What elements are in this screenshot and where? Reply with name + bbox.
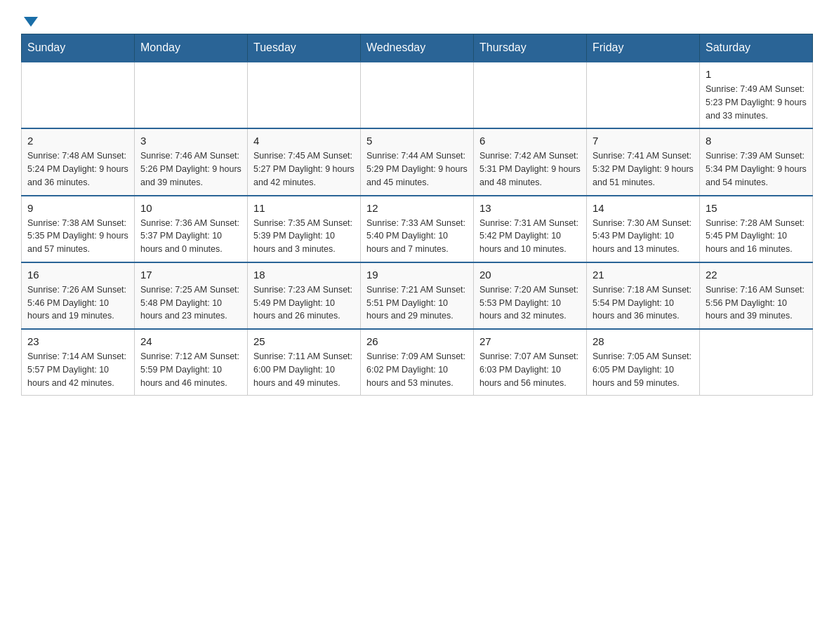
day-cell: 21Sunrise: 7:18 AM Sunset: 5:54 PM Dayli…	[587, 262, 700, 329]
day-info: Sunrise: 7:26 AM Sunset: 5:46 PM Dayligh…	[27, 283, 128, 323]
day-cell: 2Sunrise: 7:48 AM Sunset: 5:24 PM Daylig…	[22, 128, 135, 195]
logo	[21, 14, 38, 27]
day-info: Sunrise: 7:12 AM Sunset: 5:59 PM Dayligh…	[140, 350, 241, 389]
day-number: 23	[27, 335, 128, 347]
day-number: 22	[706, 269, 807, 281]
day-cell: 26Sunrise: 7:09 AM Sunset: 6:02 PM Dayli…	[361, 329, 474, 396]
day-cell: 14Sunrise: 7:30 AM Sunset: 5:43 PM Dayli…	[587, 196, 700, 262]
day-cell: 8Sunrise: 7:39 AM Sunset: 5:34 PM Daylig…	[700, 128, 813, 195]
day-cell: 17Sunrise: 7:25 AM Sunset: 5:48 PM Dayli…	[135, 262, 248, 329]
day-cell: 11Sunrise: 7:35 AM Sunset: 5:39 PM Dayli…	[248, 196, 361, 262]
day-cell	[248, 62, 361, 128]
day-cell: 16Sunrise: 7:26 AM Sunset: 5:46 PM Dayli…	[22, 262, 135, 329]
weekday-header-saturday: Saturday	[700, 34, 813, 62]
day-number: 19	[366, 269, 468, 281]
day-info: Sunrise: 7:39 AM Sunset: 5:34 PM Dayligh…	[706, 149, 807, 189]
day-number: 5	[366, 135, 468, 147]
day-info: Sunrise: 7:42 AM Sunset: 5:31 PM Dayligh…	[479, 149, 581, 189]
day-info: Sunrise: 7:38 AM Sunset: 5:35 PM Dayligh…	[27, 217, 128, 256]
day-info: Sunrise: 7:11 AM Sunset: 6:00 PM Dayligh…	[253, 350, 355, 389]
day-cell: 19Sunrise: 7:21 AM Sunset: 5:51 PM Dayli…	[361, 262, 474, 329]
day-number: 9	[27, 202, 128, 214]
day-number: 2	[27, 135, 128, 147]
day-number: 20	[479, 269, 581, 281]
weekday-header-monday: Monday	[135, 34, 248, 62]
day-cell: 13Sunrise: 7:31 AM Sunset: 5:42 PM Dayli…	[474, 196, 587, 262]
day-info: Sunrise: 7:18 AM Sunset: 5:54 PM Dayligh…	[593, 283, 694, 323]
day-info: Sunrise: 7:44 AM Sunset: 5:29 PM Dayligh…	[366, 149, 468, 189]
calendar-table: SundayMondayTuesdayWednesdayThursdayFrid…	[21, 34, 813, 396]
day-info: Sunrise: 7:33 AM Sunset: 5:40 PM Dayligh…	[366, 217, 468, 256]
day-number: 1	[706, 68, 807, 80]
day-info: Sunrise: 7:49 AM Sunset: 5:23 PM Dayligh…	[706, 83, 807, 122]
day-info: Sunrise: 7:09 AM Sunset: 6:02 PM Dayligh…	[366, 350, 468, 389]
day-info: Sunrise: 7:36 AM Sunset: 5:37 PM Dayligh…	[140, 217, 241, 256]
day-cell: 5Sunrise: 7:44 AM Sunset: 5:29 PM Daylig…	[361, 128, 474, 195]
day-number: 11	[253, 202, 355, 214]
day-info: Sunrise: 7:28 AM Sunset: 5:45 PM Dayligh…	[706, 217, 807, 256]
day-cell	[474, 62, 587, 128]
day-number: 3	[140, 135, 241, 147]
day-cell: 12Sunrise: 7:33 AM Sunset: 5:40 PM Dayli…	[361, 196, 474, 262]
page-header	[21, 14, 813, 27]
day-number: 14	[593, 202, 694, 214]
day-info: Sunrise: 7:21 AM Sunset: 5:51 PM Dayligh…	[366, 283, 468, 323]
day-cell	[135, 62, 248, 128]
week-row-2: 2Sunrise: 7:48 AM Sunset: 5:24 PM Daylig…	[22, 128, 813, 195]
day-number: 10	[140, 202, 241, 214]
weekday-header-sunday: Sunday	[22, 34, 135, 62]
day-cell	[361, 62, 474, 128]
weekday-header-friday: Friday	[587, 34, 700, 62]
day-info: Sunrise: 7:14 AM Sunset: 5:57 PM Dayligh…	[27, 350, 128, 389]
day-cell: 6Sunrise: 7:42 AM Sunset: 5:31 PM Daylig…	[474, 128, 587, 195]
day-info: Sunrise: 7:05 AM Sunset: 6:05 PM Dayligh…	[593, 350, 694, 389]
day-cell	[22, 62, 135, 128]
day-number: 16	[27, 269, 128, 281]
day-info: Sunrise: 7:46 AM Sunset: 5:26 PM Dayligh…	[140, 149, 241, 189]
day-cell: 23Sunrise: 7:14 AM Sunset: 5:57 PM Dayli…	[22, 329, 135, 396]
day-info: Sunrise: 7:16 AM Sunset: 5:56 PM Dayligh…	[706, 283, 807, 323]
day-number: 15	[706, 202, 807, 214]
day-info: Sunrise: 7:20 AM Sunset: 5:53 PM Dayligh…	[479, 283, 581, 323]
day-number: 13	[479, 202, 581, 214]
day-info: Sunrise: 7:48 AM Sunset: 5:24 PM Dayligh…	[27, 149, 128, 189]
day-cell: 20Sunrise: 7:20 AM Sunset: 5:53 PM Dayli…	[474, 262, 587, 329]
day-info: Sunrise: 7:23 AM Sunset: 5:49 PM Dayligh…	[253, 283, 355, 323]
day-cell: 28Sunrise: 7:05 AM Sunset: 6:05 PM Dayli…	[587, 329, 700, 396]
weekday-header-wednesday: Wednesday	[361, 34, 474, 62]
day-number: 12	[366, 202, 468, 214]
day-cell	[587, 62, 700, 128]
day-number: 4	[253, 135, 355, 147]
logo-arrow-icon	[24, 17, 38, 27]
day-number: 17	[140, 269, 241, 281]
weekday-header-row: SundayMondayTuesdayWednesdayThursdayFrid…	[22, 34, 813, 62]
week-row-5: 23Sunrise: 7:14 AM Sunset: 5:57 PM Dayli…	[22, 329, 813, 396]
day-cell: 25Sunrise: 7:11 AM Sunset: 6:00 PM Dayli…	[248, 329, 361, 396]
week-row-1: 1Sunrise: 7:49 AM Sunset: 5:23 PM Daylig…	[22, 62, 813, 128]
day-cell: 7Sunrise: 7:41 AM Sunset: 5:32 PM Daylig…	[587, 128, 700, 195]
day-info: Sunrise: 7:25 AM Sunset: 5:48 PM Dayligh…	[140, 283, 241, 323]
day-info: Sunrise: 7:41 AM Sunset: 5:32 PM Dayligh…	[593, 149, 694, 189]
week-row-4: 16Sunrise: 7:26 AM Sunset: 5:46 PM Dayli…	[22, 262, 813, 329]
day-number: 27	[479, 335, 581, 347]
day-info: Sunrise: 7:45 AM Sunset: 5:27 PM Dayligh…	[253, 149, 355, 189]
day-number: 7	[593, 135, 694, 147]
day-number: 21	[593, 269, 694, 281]
week-row-3: 9Sunrise: 7:38 AM Sunset: 5:35 PM Daylig…	[22, 196, 813, 262]
day-cell: 18Sunrise: 7:23 AM Sunset: 5:49 PM Dayli…	[248, 262, 361, 329]
weekday-header-thursday: Thursday	[474, 34, 587, 62]
weekday-header-tuesday: Tuesday	[248, 34, 361, 62]
day-info: Sunrise: 7:30 AM Sunset: 5:43 PM Dayligh…	[593, 217, 694, 256]
day-cell: 27Sunrise: 7:07 AM Sunset: 6:03 PM Dayli…	[474, 329, 587, 396]
day-number: 8	[706, 135, 807, 147]
day-info: Sunrise: 7:07 AM Sunset: 6:03 PM Dayligh…	[479, 350, 581, 389]
day-number: 6	[479, 135, 581, 147]
day-cell	[700, 329, 813, 396]
day-cell: 22Sunrise: 7:16 AM Sunset: 5:56 PM Dayli…	[700, 262, 813, 329]
day-number: 26	[366, 335, 468, 347]
day-number: 24	[140, 335, 241, 347]
day-info: Sunrise: 7:35 AM Sunset: 5:39 PM Dayligh…	[253, 217, 355, 256]
day-info: Sunrise: 7:31 AM Sunset: 5:42 PM Dayligh…	[479, 217, 581, 256]
day-cell: 24Sunrise: 7:12 AM Sunset: 5:59 PM Dayli…	[135, 329, 248, 396]
day-number: 25	[253, 335, 355, 347]
